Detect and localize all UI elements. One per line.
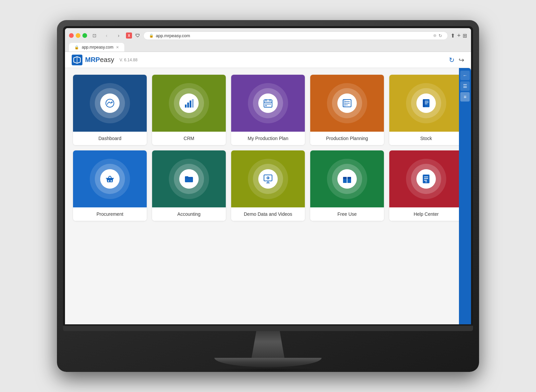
svg-point-28 xyxy=(111,180,112,182)
tile-color-block-productionplanning xyxy=(310,75,384,132)
svg-point-3 xyxy=(106,99,114,107)
side-panel-back-btn[interactable]: ← xyxy=(460,71,470,80)
tile-color-block-myproductionplan xyxy=(231,75,305,132)
browser-back-button[interactable]: ‹ xyxy=(102,31,111,40)
svg-rect-13 xyxy=(265,104,267,105)
tile-accounting[interactable]: Accounting xyxy=(152,150,226,221)
header-right: ↻ ↪ xyxy=(449,56,464,64)
active-tab[interactable]: 🔒 app.mrpeasy.com ✕ xyxy=(69,43,124,52)
tile-icon-inner-accounting xyxy=(179,169,199,189)
main-area: Dashboard CRM My Production Plan Product… xyxy=(65,68,471,324)
new-tab-button[interactable]: + xyxy=(457,32,461,39)
tile-icon-inner-productionplanning xyxy=(337,93,357,113)
tile-label-dashboard: Dashboard xyxy=(73,132,147,145)
side-panel-grid-btn[interactable]: ≡ xyxy=(460,92,470,102)
tile-dashboard[interactable]: Dashboard xyxy=(73,75,147,145)
tile-label-demodata: Demo Data and Videos xyxy=(231,207,305,221)
tile-label-myproductionplan: My Production Plan xyxy=(231,132,305,145)
tile-icon-inner-procurement xyxy=(100,169,120,189)
svg-rect-6 xyxy=(187,103,189,108)
tile-demodata[interactable]: Demo Data and Videos xyxy=(231,150,305,221)
tab-bar: 🔒 app.mrpeasy.com ✕ xyxy=(69,43,467,52)
tile-productionplanning[interactable]: Production Planning xyxy=(310,75,384,145)
refresh-icon[interactable]: ↻ xyxy=(449,56,455,64)
tile-icon-inner-myproductionplan xyxy=(258,93,278,113)
tile-label-procurement: Procurement xyxy=(73,207,147,221)
version-text: V. 6.14.88 xyxy=(120,58,138,62)
monitor-stand xyxy=(63,331,473,372)
address-bar[interactable]: 🔒 app.mrpeasy.com ⊕ ↻ xyxy=(143,31,448,40)
svg-rect-8 xyxy=(192,99,194,108)
tile-color-block-helpcenter xyxy=(389,150,463,207)
svg-point-27 xyxy=(108,180,109,182)
tile-label-helpcenter: Help Center xyxy=(389,207,463,221)
svg-rect-7 xyxy=(190,101,191,108)
toolbar-right: ⬆ + ⊞ xyxy=(451,32,467,39)
url-text: app.mrpeasy.com xyxy=(156,33,431,38)
tile-color-block-accounting xyxy=(152,150,226,207)
stand-base xyxy=(214,358,322,367)
extension-icon-1[interactable]: X xyxy=(126,32,132,39)
tile-color-block-dashboard xyxy=(73,75,147,132)
tile-color-block-procurement xyxy=(73,150,147,207)
browser-forward-button[interactable]: › xyxy=(114,31,123,40)
tile-crm[interactable]: CRM xyxy=(152,75,226,145)
tile-procurement[interactable]: Procurement xyxy=(73,150,147,221)
logo-icon xyxy=(72,55,82,65)
screen-bezel: ⊡ ‹ › X 🛡 🔒 app.mrpeasy.com xyxy=(63,26,473,326)
stand-shadow xyxy=(211,368,325,372)
traffic-lights xyxy=(69,33,87,38)
extension-icon-2[interactable]: 🛡 xyxy=(135,32,141,39)
logout-button[interactable]: ↪ xyxy=(459,56,464,64)
tile-freeuse[interactable]: Free Use xyxy=(310,150,384,221)
tile-icon-inner-helpcenter xyxy=(416,169,436,189)
close-button[interactable] xyxy=(69,33,74,38)
translate-icon: ⊕ xyxy=(433,33,437,38)
tile-color-block-crm xyxy=(152,75,226,132)
svg-rect-16 xyxy=(265,105,267,106)
lock-icon: 🔒 xyxy=(149,34,154,38)
tile-label-crm: CRM xyxy=(152,132,226,145)
tile-icon-inner-crm xyxy=(179,93,199,113)
main-content-area: Dashboard CRM My Production Plan Product… xyxy=(65,68,471,324)
tile-icon-inner-dashboard xyxy=(100,93,120,113)
reload-icon[interactable]: ↻ xyxy=(439,33,442,38)
tile-icon-inner-freeuse xyxy=(337,169,357,189)
tile-helpcenter[interactable]: Help Center xyxy=(389,150,463,221)
svg-rect-15 xyxy=(269,104,271,105)
app-content: MRPeasy V. 6.14.88 ↻ ↪ xyxy=(65,52,471,324)
sidebar-toggle-button[interactable]: ⊡ xyxy=(90,31,99,40)
minimize-button[interactable] xyxy=(76,33,80,38)
browser-top-bar: ⊡ ‹ › X 🛡 🔒 app.mrpeasy.com xyxy=(69,31,467,40)
tile-label-stock: Stock xyxy=(389,132,463,145)
app-logo: MRPeasy V. 6.14.88 xyxy=(72,55,137,65)
tile-icon-inner-stock xyxy=(416,93,436,113)
tile-label-accounting: Accounting xyxy=(152,207,226,221)
tile-label-freeuse: Free Use xyxy=(310,207,384,221)
svg-rect-21 xyxy=(343,100,345,107)
logo-text: MRPeasy xyxy=(85,56,114,64)
monitor-bottom-bar xyxy=(63,326,473,331)
share-button[interactable]: ⬆ xyxy=(451,32,455,39)
side-panel: ← ☰ ≡ xyxy=(459,68,471,324)
tile-color-block-freeuse xyxy=(310,150,384,207)
tile-label-productionplanning: Production Planning xyxy=(310,132,384,145)
svg-point-4 xyxy=(111,102,113,103)
browser-window: ⊡ ‹ › X 🛡 🔒 app.mrpeasy.com xyxy=(65,28,471,324)
tile-stock[interactable]: Stock xyxy=(389,75,463,145)
tab-title: app.mrpeasy.com xyxy=(82,45,113,50)
monitor: ⊡ ‹ › X 🛡 🔒 app.mrpeasy.com xyxy=(57,20,479,372)
stand-neck xyxy=(245,331,291,358)
maximize-button[interactable] xyxy=(82,33,87,38)
tile-myproductionplan[interactable]: My Production Plan xyxy=(231,75,305,145)
tiles-grid: Dashboard CRM My Production Plan Product… xyxy=(73,75,463,221)
extensions-grid-button[interactable]: ⊞ xyxy=(463,32,467,39)
app-header: MRPeasy V. 6.14.88 ↻ ↪ xyxy=(65,52,471,68)
svg-rect-14 xyxy=(267,104,269,105)
browser-chrome: ⊡ ‹ › X 🛡 🔒 app.mrpeasy.com xyxy=(65,28,471,52)
tile-icon-inner-demodata xyxy=(258,169,278,189)
svg-rect-5 xyxy=(185,105,187,108)
side-panel-list-btn[interactable]: ☰ xyxy=(460,81,470,91)
tile-color-block-stock xyxy=(389,75,463,132)
svg-rect-23 xyxy=(423,99,424,107)
